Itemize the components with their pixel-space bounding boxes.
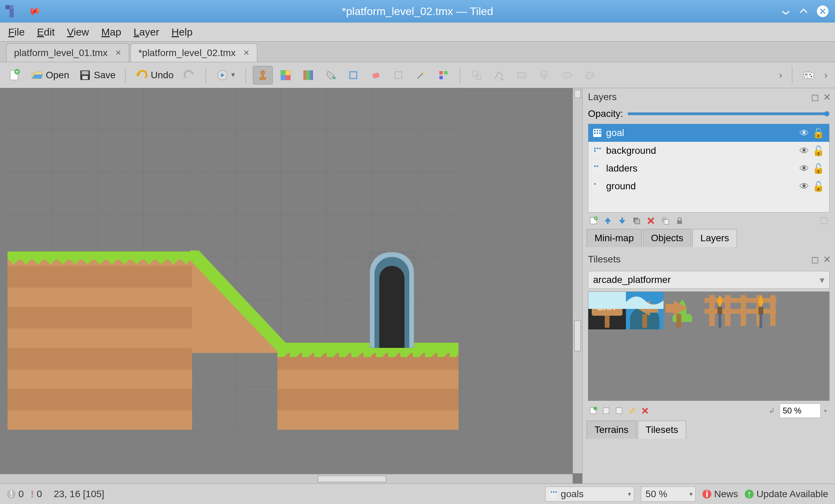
menu-layer[interactable]: Layer bbox=[134, 26, 159, 38]
delete-tileset-icon[interactable] bbox=[641, 406, 649, 415]
maximize-icon[interactable] bbox=[799, 6, 808, 16]
layer-item[interactable]: background👁🔓 bbox=[588, 142, 829, 160]
menu-map[interactable]: Map bbox=[101, 26, 121, 38]
duplicate-icon[interactable] bbox=[632, 216, 641, 226]
close-panel-icon[interactable]: ✕ bbox=[823, 254, 831, 265]
eye-icon[interactable]: 👁 bbox=[799, 163, 809, 174]
stamp-tool[interactable] bbox=[253, 66, 273, 84]
close-panel-icon[interactable]: ✕ bbox=[823, 92, 831, 103]
tile-wave[interactable] bbox=[626, 292, 663, 309]
chevron-down-icon[interactable]: ▾ bbox=[822, 408, 829, 414]
minimize-icon[interactable] bbox=[781, 6, 791, 16]
zoom-combo[interactable]: 50 %▾ bbox=[641, 487, 696, 502]
svg-rect-17 bbox=[350, 72, 357, 79]
embed-tileset-icon[interactable] bbox=[602, 406, 611, 415]
tab-file-1[interactable]: platform_level_01.tmx✕ bbox=[6, 43, 129, 62]
new-tileset-icon[interactable] bbox=[589, 406, 598, 415]
tab-label: *platform_level_02.tmx bbox=[138, 47, 236, 58]
tile-water[interactable] bbox=[588, 292, 626, 309]
undo-button[interactable]: Undo bbox=[132, 66, 176, 84]
svg-rect-58 bbox=[597, 133, 599, 134]
layer-list[interactable]: goal👁🔓 background👁🔓 ladders👁🔓 ground👁🔓 bbox=[588, 124, 830, 213]
warning-icon[interactable]: ! bbox=[31, 488, 34, 500]
close-tab-icon[interactable]: ✕ bbox=[243, 49, 249, 57]
save-button[interactable]: Save bbox=[76, 66, 119, 84]
redo-button[interactable] bbox=[180, 66, 199, 84]
undock-icon[interactable]: ◻ bbox=[811, 254, 819, 265]
menu-edit[interactable]: Edit bbox=[37, 26, 55, 38]
tab-tilesets[interactable]: Tilesets bbox=[638, 421, 686, 439]
toolbar-more[interactable]: › bbox=[776, 66, 785, 84]
insert-point-tool[interactable] bbox=[535, 66, 554, 84]
move-down-icon[interactable] bbox=[617, 216, 627, 226]
layer-item[interactable]: ladders👁🔓 bbox=[588, 160, 829, 177]
terrain-tool[interactable] bbox=[276, 66, 295, 84]
svg-rect-75 bbox=[664, 220, 669, 224]
lock-layers-icon[interactable] bbox=[675, 216, 684, 226]
error-count: 0 bbox=[18, 489, 24, 500]
undock-icon[interactable]: ◻ bbox=[811, 92, 819, 103]
close-icon[interactable] bbox=[817, 5, 829, 17]
menu-help[interactable]: Help bbox=[172, 26, 193, 38]
update-button[interactable]: ↑Update Available bbox=[745, 489, 828, 500]
insert-rect-tool[interactable] bbox=[512, 66, 531, 84]
tileset-view[interactable]: EXIT bbox=[588, 291, 830, 401]
pin-icon[interactable]: 📌 bbox=[25, 3, 42, 19]
command-button[interactable]: ▼ bbox=[213, 66, 239, 84]
tab-objects[interactable]: Objects bbox=[643, 229, 691, 247]
same-tile-tool[interactable] bbox=[434, 66, 453, 84]
wand-tool[interactable] bbox=[411, 66, 430, 84]
lock-icon[interactable]: 🔓 bbox=[812, 163, 824, 174]
menu-view[interactable]: View bbox=[67, 26, 89, 38]
tab-layers[interactable]: Layers bbox=[693, 229, 737, 247]
toolbar-more-2[interactable]: › bbox=[822, 66, 830, 84]
opacity-slider[interactable] bbox=[627, 111, 830, 117]
lock-icon[interactable]: 🔓 bbox=[812, 127, 824, 139]
shape-fill-tool[interactable] bbox=[344, 66, 363, 84]
edit-polygon-tool[interactable] bbox=[490, 66, 509, 84]
other-layers-icon[interactable] bbox=[660, 216, 670, 226]
map-canvas[interactable] bbox=[0, 88, 582, 483]
select-object-tool[interactable] bbox=[467, 66, 486, 84]
bucket-tool[interactable] bbox=[321, 66, 340, 84]
eye-icon[interactable]: 👁 bbox=[799, 181, 809, 192]
menu-file[interactable]: File bbox=[8, 26, 25, 38]
eye-icon[interactable]: 👁 bbox=[799, 145, 809, 156]
open-button[interactable]: Open bbox=[27, 66, 72, 84]
tile-torch[interactable] bbox=[708, 292, 732, 329]
tile-torch[interactable] bbox=[749, 292, 773, 329]
error-icon[interactable]: ! bbox=[7, 490, 16, 499]
tab-file-2[interactable]: *platform_level_02.tmx✕ bbox=[131, 43, 257, 62]
horizontal-scrollbar[interactable] bbox=[0, 474, 573, 483]
insert-polygon-tool[interactable] bbox=[580, 66, 599, 84]
current-layer-combo[interactable]: goals▾ bbox=[545, 487, 634, 502]
svg-rect-98 bbox=[603, 408, 609, 413]
random-mode[interactable] bbox=[799, 66, 818, 84]
vertical-scrollbar[interactable] bbox=[573, 88, 582, 473]
news-button[interactable]: iNews bbox=[702, 489, 738, 500]
layer-item[interactable]: ground👁🔓 bbox=[588, 177, 829, 195]
fill-tool[interactable] bbox=[299, 66, 318, 84]
new-layer-icon[interactable] bbox=[589, 216, 598, 226]
new-button[interactable] bbox=[5, 66, 24, 84]
tileset-selector[interactable]: arcade_platformer▾ bbox=[588, 271, 830, 289]
lock-icon[interactable]: 🔓 bbox=[812, 181, 824, 192]
tab-terrains[interactable]: Terrains bbox=[587, 421, 636, 439]
tile-arrow-right[interactable] bbox=[660, 292, 698, 329]
insert-ellipse-tool[interactable] bbox=[557, 66, 576, 84]
edit-tileset-icon[interactable] bbox=[628, 406, 636, 415]
dynamic-wrap-icon[interactable]: ↲ bbox=[769, 406, 775, 415]
lock-icon[interactable]: 🔓 bbox=[812, 145, 824, 156]
layer-bounds-icon[interactable] bbox=[819, 216, 829, 226]
layer-item[interactable]: goal👁🔓 bbox=[588, 124, 829, 142]
tileset-zoom-input[interactable] bbox=[780, 404, 821, 418]
close-tab-icon[interactable]: ✕ bbox=[115, 49, 121, 57]
svg-rect-62 bbox=[597, 148, 599, 149]
tab-minimap[interactable]: Mini-map bbox=[587, 229, 642, 247]
delete-layer-icon[interactable] bbox=[646, 216, 656, 226]
select-tool[interactable] bbox=[389, 66, 408, 84]
move-up-icon[interactable] bbox=[603, 216, 613, 226]
eraser-tool[interactable] bbox=[366, 66, 385, 84]
export-tileset-icon[interactable] bbox=[615, 406, 624, 415]
eye-icon[interactable]: 👁 bbox=[799, 127, 809, 139]
